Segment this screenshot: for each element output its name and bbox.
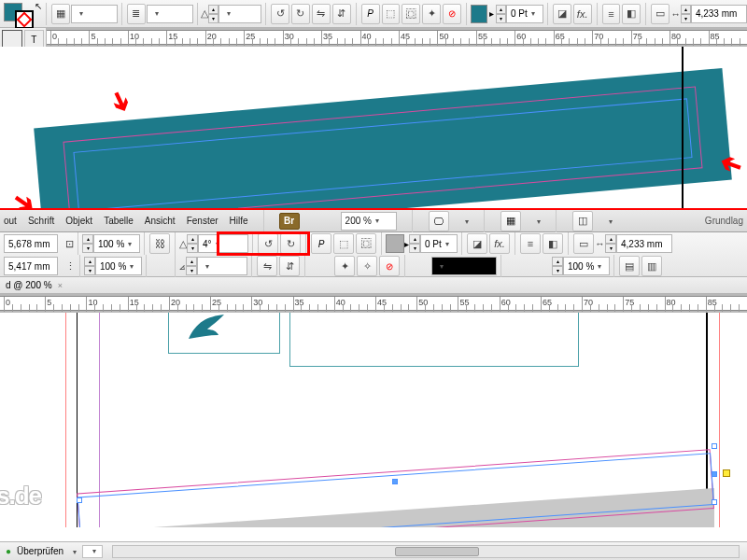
rotation-handle[interactable] — [723, 469, 730, 477]
none-2[interactable]: ⊘ — [379, 256, 400, 276]
width-field-2[interactable]: 4,233 mm — [616, 234, 672, 253]
align-panel-icon[interactable]: ▦ — [51, 4, 70, 24]
scalex-stepper[interactable]: ▴▾ — [82, 234, 93, 253]
scaley-field[interactable]: 100 % — [95, 257, 142, 275]
shadow-2[interactable]: ◪ — [467, 233, 487, 254]
scrollbar-thumb[interactable] — [395, 547, 479, 556]
menu-tabelle[interactable]: Tabelle — [104, 216, 134, 226]
group-a[interactable]: ✦ — [334, 256, 355, 276]
width-stepper-2[interactable]: ▴▾ — [605, 234, 616, 253]
width-field-top[interactable]: 4,233 mm — [691, 5, 747, 23]
flip-v-2[interactable]: ⇵ — [279, 256, 300, 276]
rotate-cw-2[interactable]: ↻ — [280, 233, 301, 254]
fx-2[interactable]: fx. — [489, 233, 510, 254]
fill-swatch-top[interactable] — [471, 5, 487, 23]
wrap-panel-button[interactable]: ≡ — [602, 4, 621, 24]
wrap-2[interactable]: ≡ — [520, 233, 541, 254]
rotation-field[interactable]: 4° — [198, 234, 248, 253]
fill-stroke-proxy[interactable]: ↖ — [2, 1, 42, 27]
zoom-dropdown[interactable]: 200 % — [341, 212, 397, 231]
extras-a[interactable]: ▤ — [619, 256, 640, 276]
handle-mid[interactable] — [392, 479, 398, 484]
fx-button[interactable]: fx. — [573, 4, 592, 24]
scalex-field[interactable]: 100 % — [93, 234, 140, 253]
paragraph-style-dropdown[interactable] — [71, 5, 118, 23]
swatch-menu-icon[interactable]: ▸ — [489, 8, 494, 19]
stroke-style-dropdown[interactable] — [431, 257, 497, 275]
rotate-ccw-2[interactable]: ↺ — [258, 233, 278, 254]
text-wrap-icon[interactable]: P — [361, 4, 380, 24]
preflight-label[interactable]: Überprüfen — [17, 546, 63, 556]
flip-h-2[interactable]: ⇋ — [257, 256, 277, 276]
sel-content-2[interactable]: ⬚ — [333, 233, 354, 254]
menu-objekt[interactable]: Objekt — [65, 216, 92, 226]
menu-ansicht[interactable]: Ansicht — [145, 216, 176, 226]
opacity-icon-2[interactable]: ◧ — [543, 233, 563, 254]
select-container-button[interactable]: ⿴ — [402, 4, 420, 24]
type-tool-icon[interactable]: T — [24, 30, 45, 49]
rotation-stepper[interactable]: ▴▾ — [187, 234, 198, 253]
horizontal-scrollbar[interactable] — [112, 545, 740, 558]
fill-swatch-2[interactable] — [386, 234, 404, 253]
document-tab[interactable]: d @ 200 % — [6, 280, 52, 290]
x-field[interactable]: 5,678 mm — [4, 234, 58, 253]
workspace-dropdown[interactable]: ◫ — [572, 211, 593, 231]
page-nav-dropdown[interactable] — [82, 545, 103, 558]
preflight-menu[interactable] — [69, 546, 77, 556]
close-tab-icon[interactable]: × — [58, 281, 63, 290]
menu-schrift[interactable]: Schrift — [28, 216, 54, 226]
stroke-weight-2[interactable]: 0 Pt — [420, 234, 458, 253]
rotate-ccw-button[interactable]: ↺ — [271, 4, 289, 24]
stroke-stepper-2[interactable]: ▴▾ — [409, 234, 420, 253]
sel-container-2[interactable]: ⿴ — [356, 233, 376, 254]
ruler-horizontal-top[interactable]: 051015202530354045505560657075808590 — [47, 28, 747, 47]
opacity-stepper-2[interactable]: ▴▾ — [552, 257, 563, 275]
fill-indicator[interactable] — [2, 30, 22, 49]
handle-left[interactable] — [77, 497, 82, 503]
swap-icon[interactable]: ↖ — [35, 1, 42, 11]
width-stepper-top[interactable]: ▴▾ — [681, 5, 691, 23]
menu-layout[interactable]: out — [4, 216, 17, 226]
stroke-stepper-top[interactable]: ▴▾ — [496, 5, 506, 23]
ref-point-icon[interactable]: ⊡ — [65, 238, 74, 250]
flip-h-button[interactable]: ⇋ — [312, 4, 331, 24]
rotation-field-top[interactable] — [218, 5, 261, 23]
handle-mr[interactable] — [712, 471, 717, 477]
canvas-lower[interactable]: s.de — [0, 313, 747, 527]
scaley-stepper[interactable]: ▴▾ — [84, 257, 95, 275]
fit-frame-2[interactable]: ▭ — [573, 233, 594, 254]
stroke-weight-top[interactable]: 0 Pt — [506, 5, 543, 23]
group-b[interactable]: ✧ — [357, 256, 377, 276]
opacity-icon[interactable]: ◧ — [622, 4, 641, 24]
shear-field[interactable] — [197, 257, 247, 275]
y-field[interactable]: 5,417 mm — [4, 257, 58, 275]
shear-stepper[interactable]: ▴▾ — [186, 257, 197, 275]
canvas-upper[interactable]: ➔ ➔ ➔ — [0, 47, 747, 210]
workspace-label[interactable]: Grundlag — [705, 216, 743, 226]
char-style-dropdown[interactable] — [147, 5, 193, 23]
opacity-field-2[interactable]: 100 % — [563, 257, 610, 275]
char-style-icon[interactable]: ≣ — [127, 4, 146, 24]
handle-br[interactable] — [712, 499, 717, 505]
extras-b[interactable]: ▥ — [641, 256, 662, 276]
ruler-horizontal-bottom[interactable]: 051015202530354045505560657075808590 — [0, 294, 747, 313]
arrange-docs-dropdown[interactable]: ▦ — [500, 211, 521, 231]
bleed-guide-right — [719, 313, 720, 527]
select-content-button[interactable]: ⬚ — [382, 4, 401, 24]
bridge-button[interactable]: Br — [279, 213, 300, 230]
menu-fenster[interactable]: Fenster — [187, 216, 218, 226]
effects-group-icon[interactable]: ✦ — [422, 4, 441, 24]
screen-mode-dropdown[interactable]: 🖵 — [429, 211, 449, 231]
menu-hilfe[interactable]: Hilfe — [230, 216, 248, 226]
flip-v-button[interactable]: ⇵ — [332, 4, 351, 24]
text-wrap-2[interactable]: P — [311, 233, 331, 254]
fit-frame-button[interactable]: ▭ — [651, 4, 669, 24]
none-icon[interactable]: ⊘ — [443, 4, 461, 24]
text-frame[interactable] — [289, 313, 579, 367]
handle-tr[interactable] — [712, 443, 717, 449]
rotation-stepper-top[interactable]: ▴▾ — [208, 5, 218, 23]
lock-icon[interactable]: ⋮ — [65, 260, 76, 273]
drop-shadow-button[interactable]: ◪ — [553, 4, 571, 24]
constrain-icon[interactable]: ⛓ — [149, 233, 170, 254]
rotate-cw-button[interactable]: ↻ — [291, 4, 310, 24]
